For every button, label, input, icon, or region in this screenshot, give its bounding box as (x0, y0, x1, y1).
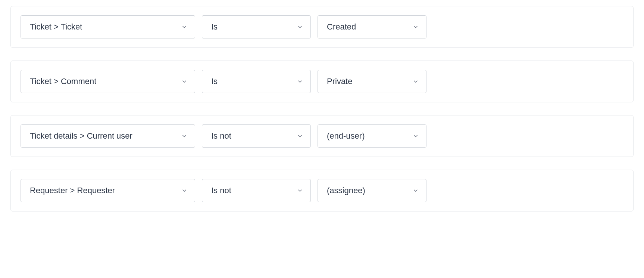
chevron-down-icon (181, 132, 188, 140)
chevron-down-icon (296, 187, 304, 194)
operator-dropdown-label: Is (211, 22, 218, 32)
operator-dropdown[interactable]: Is (202, 70, 311, 93)
chevron-down-icon (181, 187, 188, 194)
field-dropdown-label: Ticket details > Current user (30, 131, 132, 141)
chevron-down-icon (181, 78, 188, 85)
value-dropdown[interactable]: Created (318, 15, 426, 38)
chevron-down-icon (412, 132, 419, 140)
operator-dropdown[interactable]: Is not (202, 124, 311, 148)
chevron-down-icon (296, 132, 304, 140)
chevron-down-icon (296, 23, 304, 31)
chevron-down-icon (412, 23, 419, 31)
value-dropdown[interactable]: (end-user) (318, 124, 426, 148)
conditions-list: Ticket > Ticket Is Created Ticket > Comm… (10, 6, 634, 211)
field-dropdown[interactable]: Ticket > Comment (21, 70, 195, 93)
field-dropdown-label: Ticket > Comment (30, 77, 96, 86)
operator-dropdown-label: Is not (211, 131, 231, 141)
condition-row: Ticket > Comment Is Private (10, 61, 634, 102)
condition-row: Ticket details > Current user Is not (en… (10, 115, 634, 157)
field-dropdown[interactable]: Ticket > Ticket (21, 15, 195, 38)
condition-row: Requester > Requester Is not (assignee) (10, 170, 634, 211)
field-dropdown[interactable]: Ticket details > Current user (21, 124, 195, 148)
field-dropdown-label: Requester > Requester (30, 186, 115, 195)
value-dropdown-label: (assignee) (327, 186, 365, 195)
value-dropdown-label: Private (327, 77, 352, 86)
value-dropdown[interactable]: (assignee) (318, 179, 426, 202)
condition-row: Ticket > Ticket Is Created (10, 6, 634, 48)
operator-dropdown[interactable]: Is not (202, 179, 311, 202)
chevron-down-icon (412, 187, 419, 194)
value-dropdown[interactable]: Private (318, 70, 426, 93)
value-dropdown-label: Created (327, 22, 356, 32)
operator-dropdown-label: Is not (211, 186, 231, 195)
field-dropdown-label: Ticket > Ticket (30, 22, 82, 32)
chevron-down-icon (412, 78, 419, 85)
value-dropdown-label: (end-user) (327, 131, 365, 141)
operator-dropdown-label: Is (211, 77, 218, 86)
field-dropdown[interactable]: Requester > Requester (21, 179, 195, 202)
operator-dropdown[interactable]: Is (202, 15, 311, 38)
chevron-down-icon (181, 23, 188, 31)
chevron-down-icon (296, 78, 304, 85)
